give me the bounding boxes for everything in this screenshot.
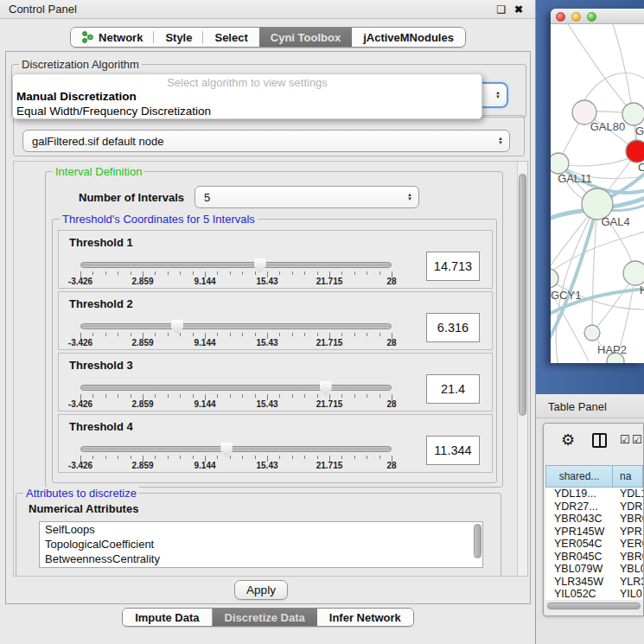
control-panel-title: Control Panel bbox=[9, 3, 77, 16]
tick-mark bbox=[317, 456, 318, 459]
threshold-value-field[interactable]: 11.344 bbox=[426, 436, 480, 465]
node-label: GAL80 bbox=[590, 120, 625, 133]
threshold-slider-track[interactable] bbox=[80, 446, 392, 452]
table-row[interactable]: YER054CYER0 bbox=[545, 538, 643, 551]
threshold-slider-track[interactable] bbox=[80, 385, 392, 391]
zoom-traffic-light[interactable] bbox=[587, 12, 596, 22]
table-row[interactable]: YPR145WYPR1 bbox=[545, 526, 643, 539]
table-hscrollbar-thumb[interactable] bbox=[547, 603, 641, 609]
table-horizontal-scrollbar[interactable] bbox=[545, 602, 641, 610]
dropdown-option-equal-width[interactable]: Equal Width/Frequency Discretization bbox=[13, 105, 481, 119]
tab-jactivemnodules[interactable]: jActiveMNodules bbox=[352, 28, 465, 47]
dropdown-option-manual[interactable]: Manual Discretization bbox=[13, 90, 481, 105]
threshold-slider-track[interactable] bbox=[80, 262, 392, 268]
table-cell[interactable]: YDL19... bbox=[545, 488, 613, 501]
settings-vertical-scrollbar[interactable] bbox=[517, 162, 527, 576]
table-cell[interactable]: YBR045C bbox=[545, 551, 613, 564]
tick-label: 28 bbox=[386, 338, 396, 348]
network-window-titlebar[interactable] bbox=[551, 9, 644, 24]
table-cell[interactable]: YLR3 bbox=[613, 576, 643, 589]
table-cell[interactable]: YPR1 bbox=[613, 526, 643, 539]
tick-mark bbox=[193, 456, 194, 459]
attribute-list-item[interactable]: BetweennessCentrality bbox=[40, 552, 482, 566]
attribute-list-item[interactable]: SelfLoops bbox=[40, 522, 482, 537]
number-of-intervals-combobox[interactable]: 5 ▲▼ bbox=[194, 186, 419, 208]
tick-label: 9.144 bbox=[194, 338, 215, 348]
threshold-panel: Threshold 2-3.4262.8599.14415.4321.71528… bbox=[58, 291, 493, 350]
threshold-value-field[interactable]: 21.4 bbox=[426, 374, 480, 404]
red-node[interactable] bbox=[626, 140, 644, 163]
tab-network-label: Network bbox=[99, 31, 143, 44]
table-row[interactable]: YDR27...YDR2 bbox=[545, 501, 643, 513]
table-cell[interactable]: YPR145W bbox=[545, 526, 613, 539]
threshold-slider-track[interactable] bbox=[80, 323, 392, 329]
list-scrollbar-thumb[interactable] bbox=[474, 524, 481, 558]
tab-style[interactable]: Style bbox=[154, 28, 203, 47]
table-cell[interactable]: YDR2 bbox=[613, 501, 643, 513]
table-cell[interactable]: YDR27... bbox=[545, 501, 613, 513]
tab-select[interactable]: Select bbox=[203, 28, 258, 47]
table-data-combobox[interactable]: galFiltered.sif default node ▲▼ bbox=[22, 130, 510, 152]
H-node[interactable] bbox=[623, 261, 644, 285]
tick-mark bbox=[367, 271, 367, 275]
table-row[interactable]: YLR345WYLR3 bbox=[545, 576, 643, 589]
table-cell[interactable]: YER054C bbox=[545, 538, 613, 551]
table-row[interactable]: YBR045CYBR0 bbox=[545, 551, 643, 564]
table-row[interactable]: YIL052CYIL0 bbox=[545, 588, 643, 600]
tick-mark bbox=[105, 456, 106, 459]
column-header-name[interactable]: na bbox=[613, 465, 643, 488]
tick-mark bbox=[131, 394, 131, 398]
table-cell[interactable]: YER0 bbox=[613, 538, 643, 551]
tick-mark bbox=[193, 333, 194, 336]
table-cell[interactable]: YBR0 bbox=[613, 513, 643, 526]
HAP2-node[interactable] bbox=[584, 325, 600, 341]
table-cell[interactable]: YIL0 bbox=[613, 588, 643, 600]
apply-button[interactable]: Apply bbox=[234, 580, 288, 600]
threshold-value-field[interactable]: 6.316 bbox=[426, 313, 480, 342]
top-right-node[interactable] bbox=[622, 103, 644, 125]
network-view-window: GAL80GACGAL11GAL4GCY1HHAP2 bbox=[551, 9, 644, 363]
table-cell[interactable]: YBL0 bbox=[613, 563, 643, 576]
gear-icon[interactable]: ⚙ bbox=[561, 432, 575, 448]
float-window-icon[interactable]: ❑ bbox=[495, 3, 507, 16]
tab-discretize-data[interactable]: Discretize Data bbox=[213, 609, 317, 626]
network-edge[interactable] bbox=[584, 73, 644, 100]
tick-mark bbox=[304, 394, 305, 398]
table-cell[interactable]: YBR043C bbox=[545, 513, 613, 526]
network-edge[interactable] bbox=[568, 24, 634, 114]
table-cell[interactable]: YBR0 bbox=[613, 551, 643, 564]
node-label: HAP2 bbox=[597, 343, 627, 356]
attribute-list-item[interactable]: TopologicalCoefficient bbox=[40, 537, 482, 552]
table-data-value: galFiltered.sif default node bbox=[32, 135, 163, 148]
checkbox-icon[interactable]: ☑ bbox=[620, 434, 630, 445]
tab-network[interactable]: Network bbox=[71, 28, 154, 47]
tab-cyni-toolbox[interactable]: Cyni Toolbox bbox=[259, 28, 352, 47]
tick-mark bbox=[105, 333, 106, 336]
close-window-icon[interactable]: ✖ bbox=[513, 3, 525, 16]
tab-impute-data[interactable]: Impute Data bbox=[123, 609, 212, 626]
tick-mark bbox=[168, 456, 169, 459]
tab-infer-network[interactable]: Infer Network bbox=[317, 609, 413, 626]
close-traffic-light[interactable] bbox=[556, 12, 565, 22]
tick-mark bbox=[155, 394, 156, 398]
tick-mark bbox=[118, 394, 118, 398]
table-cell[interactable]: YIL052C bbox=[545, 588, 613, 600]
tick-mark bbox=[341, 456, 342, 459]
table-row[interactable]: YBL079WYBL0 bbox=[545, 563, 643, 576]
table-row[interactable]: YBR043CYBR0 bbox=[545, 513, 643, 526]
table-cell[interactable]: YLR345W bbox=[545, 576, 613, 589]
number-of-intervals-label: Number of Intervals bbox=[79, 191, 184, 204]
column-header-shared-name[interactable]: shared... bbox=[545, 465, 613, 488]
GAL11-node[interactable] bbox=[551, 153, 569, 174]
network-canvas[interactable]: GAL80GACGAL11GAL4GCY1HHAP2 bbox=[551, 24, 644, 363]
table-panel-title: Table Panel bbox=[548, 400, 607, 413]
checkbox-icon[interactable]: ☑ bbox=[632, 434, 642, 445]
table-cell[interactable]: YBL079W bbox=[545, 563, 613, 576]
table-row[interactable]: YDL19...YDL1 bbox=[545, 488, 643, 501]
threshold-value-field[interactable]: 14.713 bbox=[426, 252, 480, 281]
minimize-traffic-light[interactable] bbox=[571, 12, 581, 22]
columns-icon[interactable] bbox=[592, 433, 607, 448]
settings-scrollbar-thumb[interactable] bbox=[519, 174, 526, 416]
table-cell[interactable]: YDL1 bbox=[613, 488, 643, 501]
threshold-label: Threshold 4 bbox=[69, 420, 133, 433]
